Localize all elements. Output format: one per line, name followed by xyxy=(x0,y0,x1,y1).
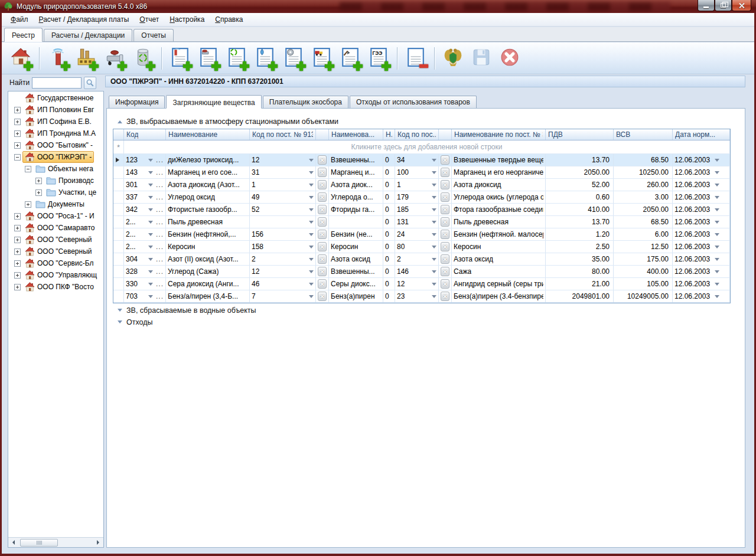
cell-name-344[interactable]: Взвешенные твердые веще... xyxy=(452,154,546,166)
dropdown-arrow-icon[interactable] xyxy=(148,283,153,288)
cell-code-344[interactable]: 131 xyxy=(395,216,439,228)
dropdown-arrow-icon[interactable] xyxy=(148,208,153,214)
add-new-row[interactable]: *Кликните здесь для добавления новой стр… xyxy=(113,140,730,154)
cell-vsv[interactable]: 105.00 xyxy=(614,278,673,290)
cell-n[interactable]: 0 xyxy=(383,266,395,277)
row-indicator-cell[interactable] xyxy=(113,204,124,215)
detail-tab-1[interactable]: Загрязняющие вещества xyxy=(166,95,261,109)
cell-vsv[interactable]: 175.00 xyxy=(614,253,673,265)
tree-item[interactable]: ООО "Управляющ xyxy=(8,269,103,281)
cell-name[interactable]: Бенз/а/пирен (3,4-Б... xyxy=(166,290,250,302)
dropdown-arrow-icon[interactable] xyxy=(432,171,436,176)
dropdown-arrow-icon[interactable] xyxy=(148,246,153,251)
detail-tab-0[interactable]: Информация xyxy=(109,96,165,108)
row-indicator-cell[interactable] xyxy=(113,154,124,166)
cell-code[interactable]: 703... xyxy=(124,290,166,302)
dropdown-arrow-icon[interactable] xyxy=(309,184,314,189)
row-indicator-cell[interactable] xyxy=(113,191,124,203)
add-waste-object-button[interactable] xyxy=(130,45,156,71)
cell-date[interactable]: 12.06.2003 xyxy=(673,191,730,203)
expand-plus-icon[interactable] xyxy=(14,260,21,267)
dropdown-arrow-icon[interactable] xyxy=(309,221,314,226)
dropdown-arrow-icon[interactable] xyxy=(715,295,719,300)
cell-code-913[interactable]: 2 xyxy=(250,253,316,265)
add-industrial-site-button[interactable] xyxy=(73,45,99,71)
dropdown-arrow-icon[interactable] xyxy=(309,159,314,164)
cell-name-913[interactable]: Бенз(а)пирен xyxy=(329,290,383,302)
clear-344-button[interactable]: ✕ xyxy=(441,155,449,165)
cell-date[interactable]: 12.06.2003 xyxy=(673,154,730,166)
row-indicator-cell[interactable] xyxy=(113,266,124,277)
cell-name[interactable]: Сера диоксид (Анги... xyxy=(166,278,250,290)
cell-date[interactable]: 12.06.2003 xyxy=(673,166,730,178)
dropdown-arrow-icon[interactable] xyxy=(148,295,153,300)
cell-n[interactable]: 0 xyxy=(383,216,395,228)
cell-code[interactable]: 123... xyxy=(124,154,166,166)
dropdown-arrow-icon[interactable] xyxy=(148,196,153,201)
dropdown-arrow-icon[interactable] xyxy=(715,208,719,214)
ellipsis-button[interactable]: ... xyxy=(156,230,164,238)
tree-item[interactable]: Участки, це xyxy=(8,187,103,198)
ellipsis-button[interactable]: ... xyxy=(156,292,164,300)
clear-913-button[interactable]: ✕ xyxy=(318,168,327,177)
dropdown-arrow-icon[interactable] xyxy=(309,270,314,276)
close-window-button[interactable] xyxy=(732,0,751,11)
add-discharge-outlet-button[interactable] xyxy=(102,45,128,71)
dropdown-arrow-icon[interactable] xyxy=(715,258,719,263)
collapse-minus-icon[interactable] xyxy=(25,166,31,172)
tree-item-label-box[interactable]: ООО "Сервис-Бл xyxy=(22,257,96,269)
dropdown-arrow-icon[interactable] xyxy=(715,233,719,238)
dropdown-arrow-icon[interactable] xyxy=(432,233,436,238)
cell-name[interactable]: Фтористые газообр... xyxy=(166,204,250,215)
clear-913-button[interactable]: ✕ xyxy=(318,155,327,165)
expand-plus-icon[interactable] xyxy=(14,130,21,137)
cell-code-344[interactable]: 1 xyxy=(395,179,439,191)
table-row[interactable]: 337...Углерод оксид49✕Углерода о...0179✕… xyxy=(113,191,730,204)
dropdown-arrow-icon[interactable] xyxy=(309,246,314,251)
cell-date[interactable]: 12.06.2003 xyxy=(673,290,730,302)
add-equipment-report-button[interactable] xyxy=(281,45,307,71)
cell-code-913[interactable]: 49 xyxy=(250,191,316,203)
cell-name-913[interactable] xyxy=(329,216,383,228)
cell-code-913[interactable]: 7 xyxy=(250,290,316,302)
cell-name-344[interactable]: Сажа xyxy=(452,266,546,277)
tree-item-label-box[interactable]: ООО "Роса-1" - И xyxy=(22,210,97,222)
tree-item-label-box[interactable]: ООО "ПЖРЭП" - xyxy=(22,151,94,163)
cell-vsv[interactable]: 260.00 xyxy=(614,179,673,191)
cell-n[interactable]: 0 xyxy=(383,166,395,178)
cell-code[interactable]: 342... xyxy=(124,204,166,215)
cell-name-913[interactable]: Фториды га... xyxy=(329,204,383,215)
cell-name-913[interactable]: Азота диок... xyxy=(329,179,383,191)
cell-vsv[interactable]: 68.50 xyxy=(614,154,673,166)
ellipsis-button[interactable]: ... xyxy=(156,181,164,189)
row-indicator-cell[interactable] xyxy=(113,290,124,302)
cell-n[interactable]: 0 xyxy=(383,179,395,191)
dropdown-arrow-icon[interactable] xyxy=(148,270,153,276)
ellipsis-button[interactable]: ... xyxy=(156,193,164,201)
cell-name-913[interactable]: Серы диокс... xyxy=(329,278,383,290)
cell-name-344[interactable]: Азота оксид xyxy=(452,253,546,265)
dropdown-arrow-icon[interactable] xyxy=(432,258,436,263)
cell-name-913[interactable]: Углерода о... xyxy=(329,191,383,203)
collapse-minus-icon[interactable] xyxy=(14,154,21,161)
add-waste-report-button[interactable] xyxy=(224,45,250,71)
cell-n[interactable]: 0 xyxy=(383,253,395,265)
cell-date[interactable]: 12.06.2003 xyxy=(673,204,730,215)
tree-item-label-box[interactable]: ООО "Северный xyxy=(22,246,94,257)
clear-344-button[interactable]: ✕ xyxy=(441,217,449,227)
cell-code-344[interactable]: 146 xyxy=(395,266,439,277)
table-row[interactable]: 301...Азота диоксид (Азот...1✕Азота диок… xyxy=(113,179,730,191)
cell-vsv[interactable]: 2050.00 xyxy=(614,204,673,215)
clear-344-button[interactable]: ✕ xyxy=(441,254,449,264)
dropdown-arrow-icon[interactable] xyxy=(309,196,314,201)
dropdown-arrow-icon[interactable] xyxy=(148,159,153,164)
cell-name[interactable]: Азота диоксид (Азот... xyxy=(166,179,250,191)
cell-name-344[interactable]: Керосин xyxy=(452,241,546,253)
tree-item-label-box[interactable]: Государственное xyxy=(22,92,96,104)
dropdown-arrow-icon[interactable] xyxy=(309,295,314,300)
dropdown-arrow-icon[interactable] xyxy=(715,196,719,201)
tree-item-label-box[interactable]: ООО "Северный xyxy=(22,234,94,246)
clear-344-button[interactable]: ✕ xyxy=(441,168,449,177)
cell-code[interactable]: 2...... xyxy=(124,228,166,240)
cell-code[interactable]: 337... xyxy=(124,191,166,203)
